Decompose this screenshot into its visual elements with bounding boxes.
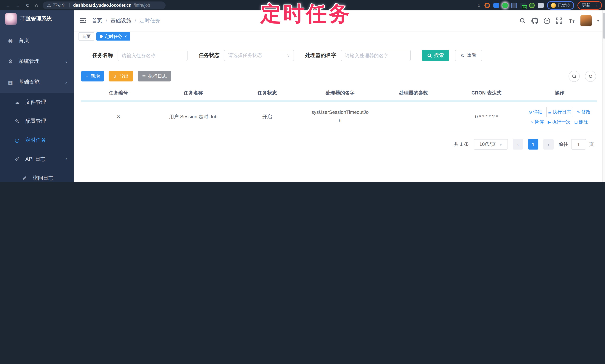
edit-link[interactable]: ✎修改 (577, 107, 591, 117)
sidebar-item-config-management[interactable]: ✎ 配置管理 (0, 112, 74, 130)
tag-home[interactable]: 首页 (79, 32, 94, 40)
extensions-puzzle-icon[interactable] (538, 2, 544, 8)
page-size-select[interactable]: 10条/页 ∨ (474, 139, 508, 150)
exec-log-button[interactable]: ≣ 执行日志 (138, 71, 171, 81)
sidebar-item-infrastructure[interactable]: ▦ 基础设施 ∧ (0, 72, 74, 93)
address-bar[interactable]: ⚠ 不安全 dashboard.yudao.iocoder.cn/infra/j… (43, 1, 166, 9)
main-content: 任务名称 任务状态 请选择任务状态 ∨ 处理器的名字 搜索 ↻ 重置 + 新增 (74, 42, 605, 182)
font-size-icon[interactable]: TT (568, 17, 575, 24)
infrastructure-icon: ▦ (7, 79, 13, 85)
exec-log-button-label: 执行日志 (148, 73, 167, 79)
sidebar-item-label: 配置管理 (25, 118, 46, 124)
security-label[interactable]: 不安全 (53, 2, 65, 8)
app-title: 芋道管理系统 (20, 16, 52, 22)
browser-update-button[interactable]: 更新 (580, 2, 592, 8)
access-log-icon: ✐ (22, 175, 27, 181)
search-button[interactable]: 搜索 (422, 50, 449, 61)
scrollbar-thumb[interactable] (603, 13, 605, 39)
pagination: 共 1 条 10条/页 ∨ ‹ 1 › 前往 页 (454, 139, 594, 150)
sidebar-item-scheduled-tasks[interactable]: ◷ 定时任务 (0, 130, 74, 150)
annotation-ellipse-orange: 更新 ⋮ (578, 1, 602, 10)
prev-page-button[interactable]: ‹ (513, 139, 523, 150)
browser-back-button[interactable]: ← (6, 2, 10, 8)
extension-icon-plant[interactable] (529, 2, 535, 8)
breadcrumb-infrastructure[interactable]: 基础设施 (110, 17, 131, 24)
app-logo (5, 13, 17, 25)
url-host: dashboard.yudao.iocoder.cn (73, 3, 131, 7)
extension-icon-on[interactable]: on (520, 2, 526, 8)
column-header: 任务状态 (231, 90, 304, 96)
goto-page-input[interactable] (571, 139, 586, 150)
pause-link[interactable]: ×暂停 (531, 117, 544, 127)
current-page-button[interactable]: 1 (528, 139, 539, 150)
tag-label: 首页 (82, 33, 91, 40)
breadcrumb-home[interactable]: 首页 (92, 17, 102, 24)
toggle-search-button[interactable] (568, 71, 580, 82)
extension-icon-orange[interactable] (485, 2, 490, 8)
task-status-select[interactable]: 请选择任务状态 ∨ (224, 50, 294, 61)
chevron-up-icon: ∧ (65, 157, 68, 161)
annotation-ellipse-blue: 已暂停 (547, 1, 574, 10)
breadcrumb-current: 定时任务 (140, 17, 160, 24)
table-toolbar: + 新增 ⇩ 导出 ≣ 执行日志 (81, 71, 171, 81)
download-icon: ⇩ (113, 74, 117, 79)
sidebar-item-home[interactable]: ◉ 首页 (0, 30, 74, 51)
refresh-table-button[interactable]: ↻ (585, 71, 596, 82)
sidebar-item-label: 定时任务 (25, 137, 46, 143)
recorder-paused-badge[interactable]: 已暂停 (549, 2, 572, 8)
search-icon[interactable] (519, 17, 526, 24)
bookmark-star-icon[interactable]: ☆ (477, 2, 481, 8)
row-exec-log-link[interactable]: ≣执行日志 (546, 107, 573, 117)
handler-name-input[interactable] (341, 50, 411, 61)
sidebar-item-file-management[interactable]: ☁ 文件管理 (0, 93, 74, 112)
column-header: 任务编号 (81, 90, 156, 96)
sidebar-item-label: 首页 (19, 37, 29, 44)
window-scrollbar[interactable] (602, 10, 605, 182)
pause-icon: × (531, 117, 534, 127)
chevron-up-icon: ∧ (65, 80, 68, 84)
next-page-button[interactable]: › (543, 139, 554, 150)
close-icon[interactable]: × (124, 34, 127, 39)
table-header-row: 任务编号 任务名称 任务状态 处理器的名字 处理器的参数 CRON 表达式 操作 (81, 86, 597, 100)
extension-icon-green[interactable] (502, 2, 508, 8)
svg-text:T: T (569, 18, 572, 24)
goto-label: 前往 (558, 141, 568, 148)
app-logo-row[interactable]: 芋道管理系统 (0, 10, 74, 27)
avatar[interactable] (580, 15, 592, 26)
delete-link[interactable]: ⊟删除 (574, 117, 588, 127)
sidebar-item-system[interactable]: ⚙ 系统管理 ∨ (0, 51, 74, 72)
cell-task-id: 3 (81, 114, 156, 119)
plus-icon: + (86, 74, 88, 79)
help-icon[interactable]: ? (544, 17, 550, 24)
detail-link[interactable]: ⊙详细 (528, 107, 542, 117)
tag-scheduled-tasks[interactable]: 定时任务 × (96, 32, 130, 40)
task-name-input[interactable] (118, 50, 187, 61)
sidebar-item-api-log[interactable]: ✐ API 日志 ∧ (0, 150, 74, 169)
caret-down-icon[interactable]: ▾ (597, 19, 599, 23)
run-once-link[interactable]: ▶执行一次 (548, 117, 571, 127)
table-row: 3 用户 Session 超时 Job 开启 sysUserSessionTim… (81, 102, 597, 131)
sidebar-item-label: 访问日志 (33, 175, 53, 181)
browser-reload-button[interactable]: ↻ (26, 2, 30, 8)
extension-icon-grid[interactable] (511, 2, 517, 8)
browser-home-button[interactable]: ⌂ (35, 2, 38, 8)
extension-icon-blue[interactable] (493, 2, 499, 8)
reset-button[interactable]: ↻ 重置 (455, 50, 482, 61)
filter-form: 任务名称 任务状态 请选择任务状态 ∨ 处理器的名字 搜索 ↻ 重置 (92, 50, 482, 61)
github-icon[interactable] (531, 17, 538, 24)
sidebar-toggle-hamburger-icon[interactable] (80, 17, 86, 24)
list-icon: ≣ (548, 107, 552, 117)
browser-menu-icon[interactable]: ⋮ (595, 3, 599, 8)
log-icon: ✐ (14, 156, 20, 162)
add-button[interactable]: + 新增 (81, 71, 104, 81)
svg-text:?: ? (546, 19, 548, 23)
timer-icon: ◷ (14, 137, 20, 143)
pencil-icon: ✎ (577, 107, 580, 117)
gear-icon: ⚙ (7, 58, 13, 64)
sidebar-item-access-log[interactable]: ✐ 访问日志 (0, 169, 74, 182)
export-button-label: 导出 (119, 73, 129, 79)
fullscreen-icon[interactable] (556, 17, 562, 24)
breadcrumb-separator: / (106, 18, 107, 24)
browser-forward-button[interactable]: → (16, 2, 20, 8)
export-button[interactable]: ⇩ 导出 (109, 71, 133, 81)
